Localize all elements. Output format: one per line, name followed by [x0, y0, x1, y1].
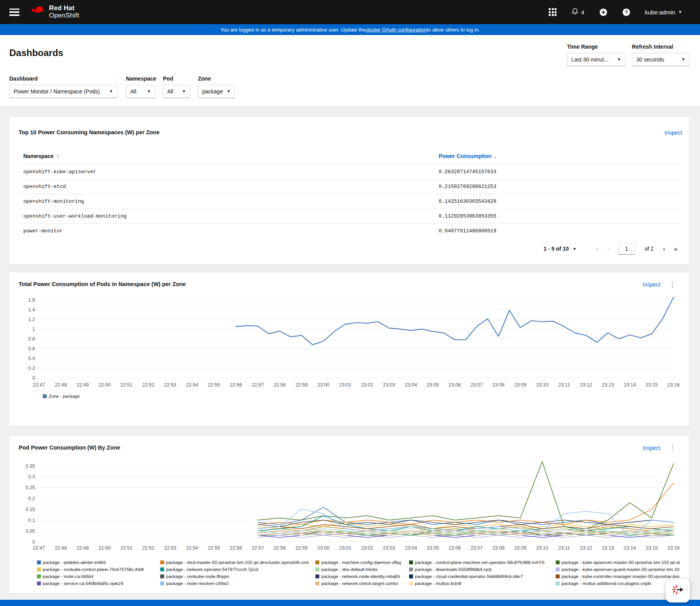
svg-text:23:11: 23:11: [558, 382, 570, 388]
svg-text:22:56: 22:56: [230, 382, 242, 388]
page-title: Dashboards: [9, 47, 63, 58]
series-line: [258, 533, 674, 537]
legend-item[interactable]: package - machine-config-daemon-vf6pj: [315, 560, 409, 565]
help-button[interactable]: ?: [622, 8, 630, 16]
legend-item[interactable]: package - service-ca-545fb9dd5c-qwk24: [37, 581, 160, 586]
legend-item[interactable]: package - dns-default-h4s6s: [315, 567, 409, 572]
svg-text:23:12: 23:12: [580, 545, 592, 551]
legend-item[interactable]: package - node-ca-566k4: [37, 574, 160, 579]
legend-label: package - dns-default-h4s6s: [321, 567, 378, 572]
login-banner: You are logged in as a temporary adminis…: [0, 24, 700, 35]
power-monitor-fab[interactable]: [666, 578, 690, 602]
card-title: Top 10 Power Consuming Namespaces (W) pe…: [19, 129, 159, 135]
svg-text:0.4: 0.4: [28, 356, 35, 361]
svg-text:23:02: 23:02: [361, 382, 373, 388]
legend-item[interactable]: package - ovnkube-control-plane-79c67575…: [37, 567, 160, 572]
redhat-hat-icon: [31, 6, 45, 18]
legend-swatch: [160, 581, 164, 585]
svg-text:22:59: 22:59: [296, 545, 308, 551]
page-header: Dashboards Time Range Last 30 minut... ▼…: [0, 35, 700, 107]
pagination-range[interactable]: 1 - 5 of 10: [544, 246, 569, 252]
inspect-link[interactable]: Inspect: [643, 445, 660, 451]
first-page-button[interactable]: «: [595, 246, 598, 252]
legend-item[interactable]: package - etcd-master-00.vprashar-bm-102…: [160, 560, 315, 565]
import-yaml-button[interactable]: [599, 8, 607, 16]
legend-label: package - network-operator-547977ccc9-7j…: [166, 567, 258, 572]
svg-text:22:58: 22:58: [273, 382, 285, 388]
user-name: kube:admin: [645, 9, 676, 16]
inspect-link[interactable]: Inspect: [643, 281, 660, 288]
legend-item[interactable]: package - node-resolver-c99w2: [160, 581, 315, 586]
chevron-down-icon[interactable]: ▼: [572, 247, 576, 251]
next-page-button[interactable]: ›: [663, 246, 665, 252]
app-launcher-icon[interactable]: [549, 8, 556, 16]
legend-swatch: [315, 567, 319, 571]
legend-item[interactable]: package - downloads-5559f98db4-rprjt: [409, 567, 556, 572]
nav-menu-toggle[interactable]: [9, 9, 19, 16]
legend-swatch: [556, 567, 560, 571]
legend-item[interactable]: package - kube-controller-manager-master…: [556, 574, 680, 579]
svg-text:23:00: 23:00: [317, 382, 329, 388]
legend-item[interactable]: package - network-node-identity-mbq6h: [315, 574, 409, 579]
legend-swatch: [409, 560, 413, 564]
legend-item[interactable]: package - ovnkube-node-f8qqm: [160, 574, 315, 579]
notifications-button[interactable]: 4: [571, 7, 584, 17]
legend-item[interactable]: package - cloud-credential-operator-54d4…: [409, 574, 556, 579]
legend-item[interactable]: package - network-check-target-czmkn: [315, 581, 409, 586]
brand-line1: Red Hat: [49, 5, 79, 12]
legend-item[interactable]: package - network-operator-547977ccc9-7j…: [160, 567, 315, 572]
namespace-cell: openshift-kube-apiserver: [19, 165, 434, 179]
svg-text:22:49: 22:49: [77, 545, 89, 551]
dashboard-select[interactable]: Power Monitor / Namespace (Pods) ▼: [9, 85, 117, 98]
previous-page-button[interactable]: ‹: [607, 246, 610, 252]
sort-desc-icon: ↓: [494, 153, 497, 159]
page-number-input[interactable]: [618, 243, 635, 255]
namespace-select[interactable]: All ▼: [126, 85, 155, 98]
legend-item[interactable]: package - kube-apiserver-master-00.vpras…: [556, 560, 680, 565]
time-range-select[interactable]: Last 30 minut... ▼: [567, 53, 625, 66]
svg-text:0.35: 0.35: [26, 464, 35, 469]
legend-label: package - multus-additional-cni-plugins-…: [562, 581, 651, 586]
svg-text:23:10: 23:10: [536, 545, 548, 551]
svg-text:0.1: 0.1: [28, 518, 35, 523]
legend-label: package - downloads-5559f98db4-rprjt: [415, 567, 492, 572]
svg-text:23:06: 23:06: [449, 545, 461, 551]
legend-item[interactable]: package - kube-apiserver-guard-master-00…: [556, 567, 680, 572]
oauth-config-link[interactable]: cluster OAuth configuration: [366, 27, 427, 33]
legend-label: package - kube-apiserver-guard-master-00…: [562, 567, 680, 572]
chart-legend[interactable]: Zone - package: [43, 394, 80, 399]
legend-item[interactable]: package - control-plane-machine-set-oper…: [409, 560, 556, 565]
refresh-interval-select[interactable]: 30 seconds ▼: [632, 53, 690, 66]
svg-text:23:13: 23:13: [602, 382, 614, 388]
column-header-power-consumption[interactable]: Power Consumption↓: [434, 148, 680, 165]
zone-filter-label: Zone: [198, 76, 235, 82]
legend-label: package - cloud-credential-operator-54d4…: [415, 574, 523, 579]
power-value-cell: 0.21592769298621253: [434, 179, 680, 194]
pod-select[interactable]: All ▼: [163, 85, 190, 98]
svg-text:23:16: 23:16: [667, 382, 679, 388]
legend-item[interactable]: package - multus-5cb4t: [409, 581, 556, 586]
legend-label: package - etcd-master-00.vprashar-bm-102…: [166, 560, 309, 565]
zone-select[interactable]: package ▼: [198, 85, 235, 98]
svg-text:23:16: 23:16: [667, 545, 679, 551]
svg-text:23:02: 23:02: [361, 545, 373, 551]
legend-label: package - network-node-identity-mbq6h: [321, 574, 400, 579]
last-page-button[interactable]: »: [674, 246, 677, 252]
legend-item[interactable]: package - iptables-alerter-tn6k9: [37, 560, 160, 565]
column-header-namespace[interactable]: Namespace⇅: [19, 148, 434, 165]
kebab-menu-icon[interactable]: ⋮: [669, 280, 676, 289]
legend-swatch: [37, 574, 41, 578]
table-row: openshift-etcd0.21592769298621253: [19, 179, 680, 194]
kebab-menu-icon[interactable]: ⋮: [669, 444, 676, 452]
dashboard-body: Top 10 Power Consuming Namespaces (W) pe…: [0, 107, 700, 600]
series-lines: [258, 462, 674, 537]
inspect-link[interactable]: Inspect: [665, 130, 682, 136]
svg-text:23:09: 23:09: [514, 545, 526, 551]
svg-text:23:07: 23:07: [471, 545, 483, 551]
legend-item[interactable]: package - multus-additional-cni-plugins-…: [556, 581, 680, 586]
user-menu[interactable]: kube:admin ▼: [645, 9, 682, 16]
card-title: Pod Power Consumption (W) By Zone: [19, 444, 120, 451]
brand-logo[interactable]: Red Hat OpenShift: [31, 5, 79, 19]
legend-label: package - multus-5cb4t: [415, 581, 462, 586]
chevron-down-icon: ▼: [617, 58, 621, 61]
